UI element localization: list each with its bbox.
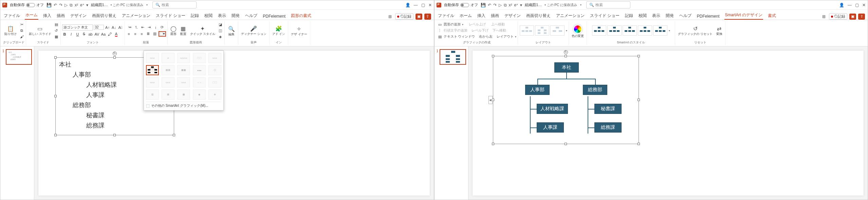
- text-pane-icon[interactable]: ▤: [437, 34, 443, 39]
- tab-view[interactable]: 表示: [651, 12, 661, 20]
- show-icon[interactable]: ⧉: [70, 3, 73, 7]
- indent-dec-icon[interactable]: ⇤: [140, 25, 146, 30]
- style-option[interactable]: [638, 25, 652, 36]
- resize-handle[interactable]: [113, 134, 116, 136]
- resize-handle[interactable]: [492, 55, 494, 57]
- search-box[interactable]: 🔍 検索: [152, 1, 197, 8]
- smartart-option[interactable]: ▭▭▭: [177, 53, 190, 63]
- italic-icon[interactable]: I: [69, 32, 74, 37]
- font-size-select[interactable]: 32: [94, 25, 104, 30]
- node-ga[interactable]: 総務部: [583, 85, 607, 95]
- resize-handle[interactable]: [565, 55, 567, 57]
- present-button[interactable]: ▣: [415, 14, 422, 20]
- tab-insert[interactable]: 挿入: [42, 12, 52, 20]
- shape-fill-icon[interactable]: ◪: [218, 22, 223, 27]
- layout-btn-label[interactable]: レイアウト: [497, 34, 514, 39]
- font-family-select[interactable]: 游ゴシック 本文: [62, 24, 93, 31]
- tab-review[interactable]: 校閲: [638, 12, 647, 20]
- layout-option[interactable]: [550, 25, 565, 36]
- align-center-icon[interactable]: ≡: [133, 31, 138, 37]
- tab-record[interactable]: 記録: [624, 12, 634, 20]
- toggle-icon[interactable]: [26, 3, 35, 7]
- tab-review[interactable]: 校閲: [204, 12, 213, 20]
- smartart-option[interactable]: ⊕: [208, 89, 221, 100]
- smartart-option[interactable]: ▤: [162, 89, 174, 100]
- save-icon[interactable]: 💾: [47, 3, 52, 7]
- autosave-toggle[interactable]: 自動保存 オフ: [10, 2, 44, 7]
- copy-icon[interactable]: ⧉: [19, 28, 24, 33]
- style-option[interactable]: [653, 25, 667, 36]
- more-smartart-link[interactable]: ⬚ その他の SmartArt グラフィック(M)...: [146, 102, 221, 108]
- record-button[interactable]: ◎記録: [829, 13, 847, 20]
- smartart-option-hierarchy[interactable]: [146, 65, 159, 75]
- tab-transitions[interactable]: 画面切り替え: [525, 12, 551, 20]
- align-right-icon[interactable]: ≡: [139, 31, 145, 37]
- smartart-option[interactable]: →→: [193, 77, 206, 87]
- tab-help[interactable]: ヘルプ: [679, 12, 692, 20]
- present-button[interactable]: ▣: [849, 14, 856, 20]
- saved-state[interactable]: • この PC に保存済み: [544, 3, 577, 7]
- slide-thumbnail-1[interactable]: 1: [437, 49, 466, 65]
- add-shape-icon[interactable]: ▭: [437, 22, 443, 27]
- slide-canvas[interactable]: 本社 人事部 人材戦略課 人事課 総務部 秘書課 総務課 ▭▭ ≡ ▭▭▭ ⬚⬚…: [38, 51, 430, 196]
- resize-handle[interactable]: [54, 56, 57, 59]
- level-down-label[interactable]: レベル下げ: [472, 28, 488, 33]
- resize-handle[interactable]: [54, 134, 57, 136]
- columns-icon[interactable]: ▥: [152, 31, 158, 37]
- tab-animations[interactable]: アニメーション: [555, 12, 585, 20]
- align-left-icon[interactable]: ≡: [126, 31, 132, 37]
- tab-help[interactable]: ヘルプ: [244, 12, 258, 20]
- node-secretary[interactable]: 秘書課: [594, 104, 622, 114]
- smartart-option[interactable]: ●●●: [193, 65, 206, 75]
- slide-canvas[interactable]: ◀ 本社 人事部 総務部 人材戦略課 秘書課 人事課 総務課: [473, 51, 864, 196]
- undo-icon[interactable]: ↶: [488, 3, 491, 7]
- bold-icon[interactable]: B: [62, 32, 68, 37]
- tab-draw[interactable]: 描画: [490, 12, 500, 20]
- close-icon[interactable]: ✕: [862, 3, 866, 7]
- line-spacing-icon[interactable]: ↕: [153, 25, 159, 30]
- tab-pdfelement[interactable]: PDFelement: [696, 13, 720, 20]
- editing-button[interactable]: 🔍編集: [227, 25, 236, 37]
- tab-pdfelement[interactable]: PDFelement: [262, 13, 286, 20]
- minimize-icon[interactable]: —: [414, 3, 418, 7]
- tab-file[interactable]: ファイル: [437, 12, 455, 20]
- account-icon[interactable]: 👤: [405, 3, 410, 7]
- convert-smartart-button[interactable]: ⬚▾: [159, 31, 166, 37]
- resize-handle[interactable]: [54, 95, 57, 97]
- smartart-option[interactable]: ◉: [193, 89, 206, 100]
- layout-more-icon[interactable]: ▾: [566, 29, 567, 32]
- account-icon[interactable]: 👤: [839, 3, 844, 7]
- style-option[interactable]: [607, 25, 622, 36]
- format-painter-icon[interactable]: 🖌: [19, 34, 24, 39]
- share-button[interactable]: ⇧: [424, 14, 431, 20]
- clear-format-icon[interactable]: A⃠: [118, 25, 123, 30]
- saved-state[interactable]: • この PC に保存済み: [111, 3, 143, 7]
- move-up-label[interactable]: 上へ移動: [491, 22, 505, 27]
- quickstyle-button[interactable]: ✦クイック スタイル: [189, 25, 217, 37]
- font-color-icon[interactable]: A: [114, 32, 119, 37]
- redo-icon[interactable]: ↷: [493, 3, 497, 7]
- rotate-handle-icon[interactable]: [564, 50, 568, 54]
- text-line[interactable]: 人材戦略課: [86, 81, 117, 89]
- tab-format[interactable]: 書式: [767, 12, 777, 20]
- minimize-icon[interactable]: —: [848, 3, 852, 7]
- reset-icon[interactable]: ↺: [54, 28, 59, 33]
- resize-handle[interactable]: [565, 143, 567, 145]
- selected-smartart[interactable]: ◀ 本社 人事部 総務部 人材戦略課 秘書課 人事課 総務課: [493, 56, 639, 144]
- text-line[interactable]: 人事部: [73, 71, 91, 79]
- resize-handle[interactable]: [638, 99, 640, 101]
- add-shape-label[interactable]: 図形の追加: [444, 22, 461, 27]
- record-button[interactable]: ◎記録: [395, 13, 413, 20]
- node-root[interactable]: 本社: [554, 62, 579, 73]
- tab-developer[interactable]: 開発: [665, 12, 675, 20]
- shapes-button[interactable]: ◯図形: [169, 25, 178, 37]
- underline-icon[interactable]: U: [75, 32, 80, 37]
- tab-draw[interactable]: 描画: [56, 12, 66, 20]
- text-line[interactable]: 総務部: [73, 101, 91, 109]
- addins-button[interactable]: 🧩アド イン: [271, 25, 287, 37]
- resize-handle[interactable]: [113, 56, 116, 59]
- style-option[interactable]: [623, 25, 637, 36]
- highlight-icon[interactable]: 🖍: [107, 32, 113, 37]
- close-icon[interactable]: ✕: [428, 3, 432, 7]
- add-bullet-icon[interactable]: ⋮: [437, 28, 443, 33]
